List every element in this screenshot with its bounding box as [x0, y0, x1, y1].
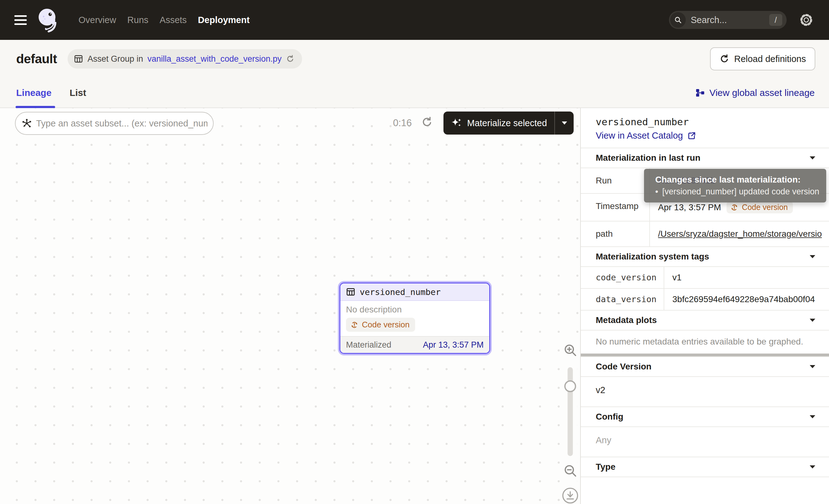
code-version-badge-label: Code version: [742, 203, 788, 212]
tag-value: 3bfc269594ef649228e9a74bab00f04: [672, 294, 815, 304]
tooltip-item-text: [versioned_number] updated code version: [662, 187, 819, 197]
section-label: Materialization in last run: [596, 153, 700, 163]
global-lineage-label: View global asset lineage: [710, 87, 815, 98]
code-version-changed-badge: Code version: [726, 201, 793, 213]
code-version-badge-label: Code version: [362, 320, 409, 330]
section-config[interactable]: Config: [581, 406, 829, 426]
asset-group-badge: Asset Group in vanilla_asset_with_code_v…: [68, 49, 302, 69]
zoom-controls: [560, 338, 580, 504]
table-row-code-version-tag: code_version v1: [581, 266, 829, 288]
asset-node-footer: Materialized Apr 13, 3:57 PM: [340, 336, 489, 353]
path-link[interactable]: /Users/sryza/dagster_home/storage/versio: [658, 229, 822, 239]
asset-node-body: No description: [340, 301, 489, 336]
section-code-version[interactable]: Code Version: [581, 356, 829, 376]
lineage-canvas[interactable]: 0:16 Materialize selected: [0, 108, 580, 504]
search-input[interactable]: [691, 15, 769, 25]
dagster-logo-icon[interactable]: [36, 7, 61, 33]
badge-refresh-icon[interactable]: [286, 55, 295, 63]
asset-subset-input[interactable]: [36, 118, 207, 129]
search-shortcut-badge: /: [769, 14, 782, 26]
asset-group-prefix: Asset Group in: [87, 54, 143, 64]
row-label: path: [581, 221, 650, 246]
table-grid-icon: [346, 287, 355, 296]
zoom-slider-handle[interactable]: [564, 380, 576, 392]
table-row-data-version-tag: data_version 3bfc269594ef649228e9a74bab0…: [581, 288, 829, 310]
timestamp-value[interactable]: Apr 13, 3:57 PM: [658, 203, 721, 212]
section-label: Code Version: [596, 362, 651, 372]
chevron-down-icon: [810, 319, 815, 322]
tooltip-title: Changes since last materialization:: [655, 174, 822, 185]
view-in-asset-catalog-link[interactable]: View in Asset Catalog: [596, 131, 696, 141]
materialize-selected-button[interactable]: Materialize selected: [443, 111, 574, 135]
refresh-graph-icon[interactable]: [421, 116, 433, 129]
reload-definitions-label: Reload definitions: [734, 54, 806, 64]
tab-lineage[interactable]: Lineage: [16, 78, 51, 107]
nav-deployment[interactable]: Deployment: [198, 15, 250, 25]
chevron-down-icon: [810, 415, 815, 419]
asset-node-versioned-number[interactable]: versioned_number No description: [339, 283, 490, 354]
top-nav: Overview Runs Assets Deployment /: [0, 0, 829, 40]
asset-node-header[interactable]: versioned_number: [340, 284, 489, 301]
metadata-plots-empty-message: No numeric metadata entries available to…: [581, 330, 829, 354]
zoom-out-button[interactable]: [563, 464, 577, 478]
panel-asset-title: versioned_number: [581, 108, 829, 129]
nav-overview[interactable]: Overview: [78, 15, 116, 25]
sparkle-icon: [451, 117, 462, 129]
materialize-label: Materialize selected: [467, 118, 547, 128]
table-row-path: path /Users/sryza/dagster_home/storage/v…: [581, 221, 829, 246]
code-version-changed-icon: [730, 204, 738, 212]
section-type[interactable]: Type: [581, 457, 829, 477]
asset-node-description: No description: [346, 304, 483, 315]
row-label: Timestamp: [581, 194, 650, 221]
asset-graph-icon: [22, 118, 32, 128]
row-label: data_version: [581, 289, 664, 310]
code-version-value: v2: [581, 376, 829, 406]
settings-gear-icon[interactable]: [798, 12, 814, 28]
search-icon: [670, 12, 686, 28]
materialize-dropdown-button[interactable]: [555, 121, 574, 125]
code-version-changed-icon: [350, 321, 358, 329]
section-materialization-in-last-run[interactable]: Materialization in last run: [581, 148, 829, 168]
chevron-down-icon: [810, 156, 815, 160]
view-tabs: Lineage List View global asset lineage: [0, 78, 829, 108]
section-label: Materialization system tags: [596, 252, 709, 262]
app-root: Overview Runs Assets Deployment / defaul…: [0, 0, 829, 504]
refresh-timer: 0:16: [393, 117, 412, 129]
section-metadata-plots[interactable]: Metadata plots: [581, 310, 829, 330]
search-box[interactable]: /: [669, 11, 787, 29]
code-file-link[interactable]: vanilla_asset_with_code_version.py: [148, 54, 282, 64]
catalog-link-label: View in Asset Catalog: [596, 131, 683, 141]
nav-assets[interactable]: Assets: [160, 15, 187, 25]
nav-runs[interactable]: Runs: [128, 15, 149, 25]
chevron-down-icon: [810, 255, 815, 258]
external-link-icon: [687, 132, 696, 140]
code-version-changed-badge: Code version: [346, 318, 415, 332]
config-value: Any: [581, 426, 829, 457]
changes-tooltip: Changes since last materialization: • [v…: [644, 169, 826, 203]
node-status-label: Materialized: [346, 340, 392, 350]
node-status-time[interactable]: Apr 13, 3:57 PM: [423, 340, 483, 350]
page-title: default: [16, 52, 57, 66]
type-value-empty: [581, 477, 829, 486]
asset-subset-filter[interactable]: [15, 112, 214, 135]
menu-button[interactable]: [14, 15, 27, 25]
download-image-button[interactable]: [562, 487, 579, 504]
row-label: code_version: [581, 267, 664, 288]
reload-definitions-button[interactable]: Reload definitions: [710, 47, 815, 70]
view-global-asset-lineage-link[interactable]: View global asset lineage: [695, 87, 815, 98]
section-label: Config: [596, 412, 623, 422]
tab-list[interactable]: List: [69, 78, 86, 107]
materialize-main[interactable]: Materialize selected: [443, 117, 554, 129]
asset-group-grid-icon: [74, 54, 83, 64]
chevron-down-icon: [810, 465, 815, 469]
asset-detail-panel: versioned_number View in Asset Catalog M…: [580, 108, 829, 504]
chevron-down-icon: [810, 365, 815, 368]
zoom-in-button[interactable]: [563, 343, 577, 357]
row-label: Run: [581, 168, 650, 193]
section-label: Metadata plots: [596, 315, 657, 325]
horizontal-scrollbar[interactable]: [581, 354, 829, 356]
section-label: Type: [596, 462, 615, 472]
tooltip-bullet: •: [655, 187, 658, 197]
page-header: default Asset Group in vanilla_asset_wit…: [0, 40, 829, 78]
section-materialization-system-tags[interactable]: Materialization system tags: [581, 246, 829, 266]
